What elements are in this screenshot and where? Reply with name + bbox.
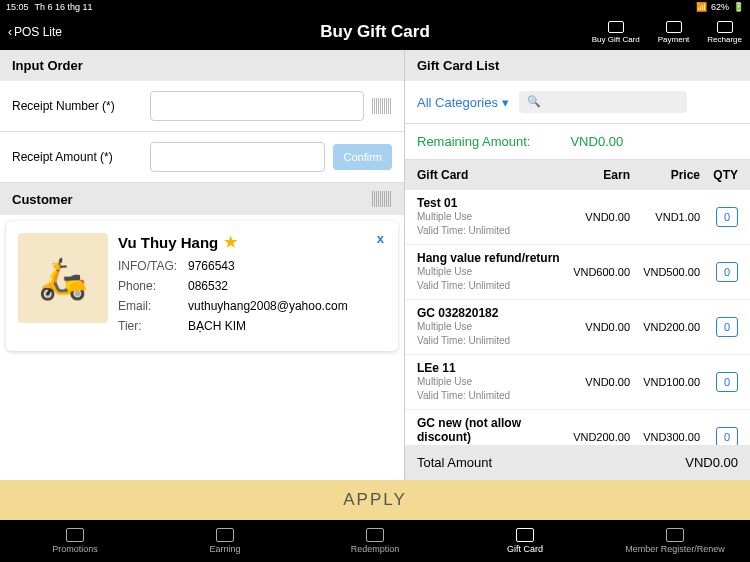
status-bar: 15:05 Th 6 16 thg 11 📶 62% 🔋 [0,0,750,14]
giftcard-row[interactable]: GC 032820182Multiple UseValid Time: Unli… [405,300,750,355]
giftcard-valid: Valid Time: Unlimited [417,224,560,238]
giftcard-earn: VND0.00 [560,211,630,223]
giftcard-name: GC 032820182 [417,306,560,320]
right-panel: Gift Card List All Categories▾ 🔍 Remaini… [405,50,750,480]
giftcard-row[interactable]: LEe 11Multiple UseValid Time: UnlimitedV… [405,355,750,410]
nav-bar: ‹ POS Lite Buy Gift Card Buy Gift Card P… [0,14,750,50]
giftcard-row[interactable]: Hang value refund/returnMultiple UseVali… [405,245,750,300]
giftcard-usage: Multiple Use [417,375,560,389]
barcode-icon[interactable] [372,98,392,114]
giftcard-icon [516,528,534,542]
giftcard-price: VND100.00 [630,376,700,388]
giftcard-earn: VND0.00 [560,376,630,388]
giftcard-valid: Valid Time: Unlimited [417,279,560,293]
customer-name: Vu Thuy Hang [118,234,218,251]
receipt-amount-label: Receipt Amount (*) [12,150,142,164]
giftcard-price: VND1.00 [630,211,700,223]
remaining-label: Remaining Amount: [417,134,530,149]
giftcard-earn: VND0.00 [560,321,630,333]
customer-infotag: 9766543 [188,259,235,273]
giftcard-valid: Valid Time: Unlimited [417,334,560,348]
giftcard-usage: Multiple Use [417,320,560,334]
page-title: Buy Gift Card [320,22,430,42]
qty-input[interactable]: 0 [716,427,738,445]
battery-pct: 62% [711,2,729,12]
left-panel: Input Order Receipt Number (*) Receipt A… [0,50,405,480]
nav-payment[interactable]: Payment [658,21,690,44]
category-dropdown[interactable]: All Categories▾ [417,95,509,110]
nav-recharge[interactable]: Recharge [707,21,742,44]
giftcard-list-header: Gift Card List [405,50,750,81]
giftcard-name: Hang value refund/return [417,251,560,265]
qty-input[interactable]: 0 [716,372,738,392]
customer-phone: 086532 [188,279,228,293]
tag-icon [66,528,84,542]
giftcard-name: LEe 11 [417,361,560,375]
card-icon [608,21,624,33]
customer-card: 🛵 Vu Thuy Hang★ INFO/TAG:9766543 Phone:0… [6,221,398,351]
nav-buy-giftcard[interactable]: Buy Gift Card [592,21,640,44]
giftcard-row[interactable]: Test 01Multiple UseValid Time: Unlimited… [405,190,750,245]
customer-email: vuthuyhang2008@yahoo.com [188,299,348,313]
status-time: 15:05 [6,2,29,12]
total-value: VND0.00 [685,455,738,470]
close-customer-button[interactable]: x [377,231,384,246]
giftcard-valid: Valid Time: Unlimited [417,389,560,403]
tab-giftcard[interactable]: Gift Card [450,520,600,562]
star-icon: ★ [224,233,237,251]
total-row: Total Amount VND0.00 [405,445,750,480]
search-icon: 🔍 [527,95,541,108]
chevron-left-icon: ‹ [8,25,12,39]
caret-down-icon: ▾ [502,95,509,110]
tab-earning[interactable]: Earning [150,520,300,562]
tab-promotions[interactable]: Promotions [0,520,150,562]
member-icon [666,528,684,542]
customer-header: Customer [0,183,404,215]
giftcard-price: VND500.00 [630,266,700,278]
redeem-icon [366,528,384,542]
payment-icon [666,21,682,33]
search-input[interactable] [519,91,687,113]
tab-redemption[interactable]: Redemption [300,520,450,562]
giftcard-price: VND300.00 [630,431,700,443]
bottom-tabs: Promotions Earning Redemption Gift Card … [0,520,750,562]
giftcard-columns: Gift Card Earn Price QTY [405,160,750,190]
giftcard-usage: Multiple Use [417,265,560,279]
back-label: POS Lite [14,25,62,39]
battery-icon: 🔋 [733,2,744,12]
chart-icon [216,528,234,542]
barcode-icon[interactable] [372,191,392,207]
customer-tier: BẠCH KIM [188,319,246,333]
receipt-number-label: Receipt Number (*) [12,99,142,113]
giftcard-row[interactable]: GC new (not allow discount)Multiple UseV… [405,410,750,445]
qty-input[interactable]: 0 [716,317,738,337]
giftcard-list[interactable]: Test 01Multiple UseValid Time: Unlimited… [405,190,750,445]
receipt-number-input[interactable] [150,91,364,121]
receipt-amount-input[interactable] [150,142,325,172]
remaining-value: VND0.00 [570,134,623,149]
giftcard-earn: VND600.00 [560,266,630,278]
qty-input[interactable]: 0 [716,262,738,282]
confirm-button[interactable]: Confirm [333,144,392,170]
tab-member[interactable]: Member Register/Renew [600,520,750,562]
avatar: 🛵 [18,233,108,323]
giftcard-usage: Multiple Use [417,210,560,224]
back-button[interactable]: ‹ POS Lite [8,25,62,39]
status-date: Th 6 16 thg 11 [35,2,93,12]
input-order-header: Input Order [0,50,404,81]
qty-input[interactable]: 0 [716,207,738,227]
giftcard-name: Test 01 [417,196,560,210]
giftcard-price: VND200.00 [630,321,700,333]
giftcard-earn: VND200.00 [560,431,630,443]
recharge-icon [717,21,733,33]
apply-button[interactable]: APPLY [0,480,750,520]
wifi-icon: 📶 [696,2,707,12]
giftcard-name: GC new (not allow discount) [417,416,560,444]
